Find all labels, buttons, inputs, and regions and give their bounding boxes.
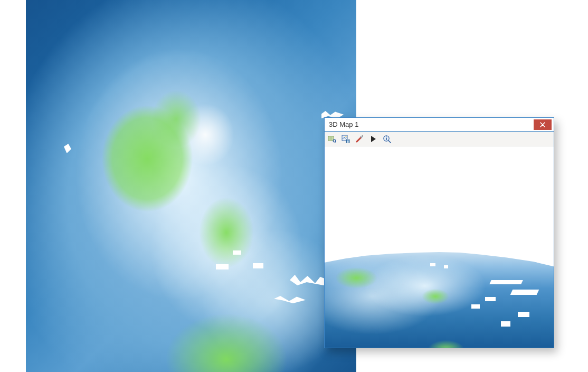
terrain-2d-map[interactable] [26,0,356,372]
svg-point-3 [346,136,347,137]
3d-map-window: 3D Map 1 [324,117,554,348]
play-button[interactable] [368,134,378,144]
nodata-speck [216,264,229,269]
3d-viewport[interactable] [325,146,554,348]
app-canvas: 3D Map 1 [0,0,588,372]
close-button[interactable] [534,119,552,130]
nodata-speck [501,321,510,327]
nodata-speck [64,144,71,153]
nodata-speck [510,290,539,295]
svg-rect-6 [347,140,349,141]
pan-button[interactable] [327,134,337,144]
nodata-speck [430,263,435,266]
play-icon [369,135,377,143]
pan-icon [328,135,336,143]
identify-button[interactable] [382,134,392,144]
nodata-speck [233,250,241,255]
settings-icon [355,135,364,143]
nodata-speck [274,296,306,303]
identify-icon [383,135,391,143]
svg-rect-7 [362,135,363,136]
nodata-speck [489,280,523,284]
window-titlebar[interactable]: 3D Map 1 [325,118,554,132]
svg-rect-5 [347,141,349,143]
svg-point-9 [386,136,387,137]
window-title: 3D Map 1 [329,118,534,132]
save-view-icon [342,135,350,143]
nodata-speck [518,312,529,317]
nodata-speck [444,265,448,268]
nodata-speck [485,297,496,301]
nodata-speck [253,263,263,268]
window-toolbar [325,132,554,146]
terrain-ground [325,249,554,348]
nodata-speck [471,304,480,309]
terrain-3d-surface [325,227,554,348]
save-view-button[interactable] [340,134,351,144]
svg-rect-10 [386,137,387,140]
settings-button[interactable] [354,134,365,144]
close-icon [540,122,545,127]
